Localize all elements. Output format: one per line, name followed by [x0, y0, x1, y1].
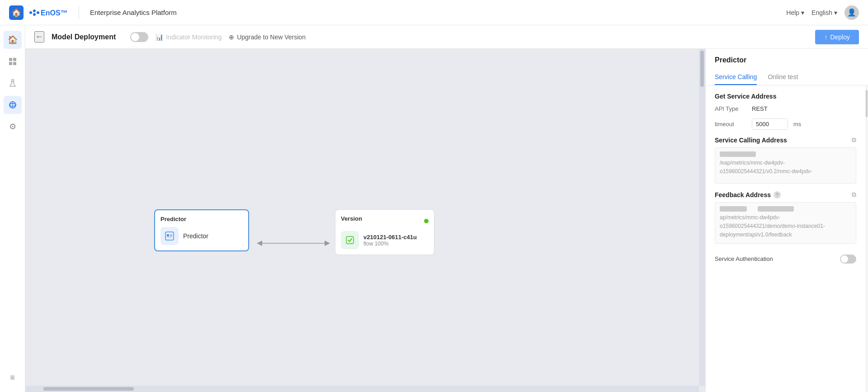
- upgrade-label: Upgrade to New Version: [237, 33, 306, 41]
- version-node-header: Version: [341, 215, 429, 227]
- svg-rect-13: [165, 232, 174, 240]
- feedback-address-header: Feedback Address ? ⧉: [715, 191, 856, 198]
- calling-address-text: /eap/metrics/mmc-dw4pdv-o15960025444321/…: [720, 160, 812, 175]
- svg-rect-16: [167, 237, 172, 238]
- api-type-label: API Type: [715, 105, 746, 112]
- version-icon: [344, 235, 355, 246]
- timeout-unit: ms: [793, 121, 801, 128]
- nav-right: Help ▾ English ▾ 👤: [786, 5, 859, 20]
- deploy-label: Deploy: [830, 33, 850, 41]
- feedback-address-blur1: [720, 206, 747, 212]
- indicator-monitoring-label: Indicator Monitoring: [166, 33, 222, 41]
- dashboard-icon: [8, 57, 17, 66]
- language-label: English: [811, 9, 832, 16]
- sidebar-item-dashboard[interactable]: [4, 52, 22, 71]
- right-panel: Predictor Service Calling Online test Ge…: [705, 49, 868, 392]
- home-nav-icon[interactable]: 🏠: [9, 5, 24, 20]
- feedback-address-title: Feedback Address: [715, 191, 771, 198]
- version-id: v210121-0611-c41u: [363, 234, 417, 241]
- help-label: Help: [786, 9, 799, 16]
- sidebar-item-lab[interactable]: [4, 74, 22, 92]
- sidebar-item-model[interactable]: [4, 96, 22, 114]
- predictor-node-title: Predictor: [160, 216, 243, 222]
- language-chevron-icon: ▾: [834, 9, 837, 16]
- deployment-toggle[interactable]: [130, 32, 148, 42]
- user-avatar[interactable]: 👤: [844, 5, 859, 20]
- calling-address-box: /eap/metrics/mmc-dw4pdv-o15960025444321/…: [715, 147, 856, 184]
- sidebar-item-home[interactable]: 🏠: [4, 31, 22, 49]
- toggle-wrapper: [130, 32, 148, 42]
- feedback-address-copy-icon[interactable]: ⧉: [852, 191, 856, 198]
- page-title: Model Deployment: [52, 33, 116, 41]
- version-node-icon: [341, 231, 359, 249]
- version-node-body: v210121-0611-c41u flow 100%: [341, 231, 429, 249]
- api-type-row: API Type REST: [715, 105, 856, 112]
- svg-rect-7: [9, 62, 12, 65]
- svg-point-2: [37, 11, 39, 14]
- get-service-address-title: Get Service Address: [715, 93, 856, 100]
- predictor-node-label: Predictor: [183, 232, 208, 240]
- timeout-row: timeout ms: [715, 118, 856, 130]
- predictor-node[interactable]: Predictor Predictor: [154, 209, 249, 251]
- help-button[interactable]: Help ▾: [786, 9, 804, 16]
- deploy-button[interactable]: ↑ Deploy: [815, 30, 859, 44]
- model-icon: [8, 100, 17, 109]
- help-chevron-icon: ▾: [801, 9, 804, 16]
- version-node[interactable]: Version v210121-0611-c41u flow 100: [335, 209, 434, 255]
- tab-online-test[interactable]: Online test: [768, 70, 798, 85]
- top-navigation: 🏠 EnOS™ Enterprise Analytics Platform He…: [0, 0, 868, 25]
- api-type-value: REST: [752, 105, 768, 112]
- panel-scroll-thumb: [866, 90, 868, 117]
- content-area: ← Model Deployment 📊 Indicator Monitorin…: [25, 25, 868, 392]
- svg-point-1: [33, 9, 36, 12]
- svg-point-0: [29, 11, 32, 14]
- panel-scroll-track[interactable]: [865, 85, 868, 392]
- node-connector-arrow: [250, 234, 336, 252]
- svg-rect-8: [13, 62, 16, 65]
- feedback-address-text: ap/metrics/mmc-dw4pdv-o15960025444321/de…: [720, 214, 825, 238]
- service-auth-toggle[interactable]: [840, 255, 856, 264]
- indicator-monitoring-button[interactable]: 📊 Indicator Monitoring: [156, 33, 222, 41]
- feedback-address-blur2: [758, 206, 794, 212]
- svg-rect-5: [9, 58, 12, 61]
- panel-content: Get Service Address API Type REST timeou…: [706, 85, 865, 392]
- svg-rect-20: [346, 236, 354, 244]
- canvas-vscroll-track[interactable]: [699, 49, 705, 386]
- indicator-monitoring-icon: 📊: [156, 33, 163, 41]
- calling-address-title: Service Calling Address: [715, 137, 787, 144]
- feedback-help-icon[interactable]: ?: [774, 191, 781, 198]
- canvas-area[interactable]: Predictor Predictor: [25, 49, 705, 392]
- timeout-label: timeout: [715, 121, 746, 128]
- svg-rect-15: [170, 234, 172, 236]
- enos-logo: EnOS™: [27, 6, 68, 19]
- upgrade-icon: ⊕: [229, 33, 234, 41]
- timeout-input[interactable]: [752, 118, 788, 130]
- version-flow: flow 100%: [363, 241, 417, 247]
- deploy-icon: ↑: [824, 33, 827, 41]
- feedback-address-blur-row: [720, 206, 851, 212]
- sidebar-item-settings[interactable]: ⚙: [4, 118, 22, 136]
- main-layout: 🏠 ⚙ ≡ ←: [0, 25, 868, 392]
- predictor-node-body: Predictor: [160, 227, 243, 245]
- panel-outer: Get Service Address API Type REST timeou…: [706, 85, 868, 392]
- canvas-vscroll-thumb: [700, 51, 704, 87]
- sub-header: ← Model Deployment 📊 Indicator Monitorin…: [25, 25, 868, 49]
- canvas-hscroll-track[interactable]: [25, 386, 699, 392]
- svg-rect-14: [167, 234, 169, 236]
- svg-point-3: [33, 13, 36, 16]
- version-status-dot: [424, 219, 429, 223]
- lab-icon: [8, 79, 17, 88]
- feedback-label-row: Feedback Address ?: [715, 191, 781, 198]
- version-node-title: Version: [341, 215, 362, 222]
- sidebar-item-menu[interactable]: ≡: [4, 368, 22, 387]
- feedback-address-box: ap/metrics/mmc-dw4pdv-o15960025444321/de…: [715, 202, 856, 244]
- panel-tabs: Service Calling Online test: [706, 70, 868, 85]
- language-button[interactable]: English ▾: [811, 9, 837, 16]
- calling-address-copy-icon[interactable]: ⧉: [852, 136, 856, 144]
- tab-service-calling[interactable]: Service Calling: [715, 70, 757, 85]
- panel-header: Predictor: [706, 49, 868, 64]
- svg-text:EnOS™: EnOS™: [41, 9, 68, 17]
- back-button[interactable]: ←: [34, 31, 44, 43]
- calling-address-blur1: [720, 151, 756, 157]
- upgrade-button[interactable]: ⊕ Upgrade to New Version: [229, 33, 306, 41]
